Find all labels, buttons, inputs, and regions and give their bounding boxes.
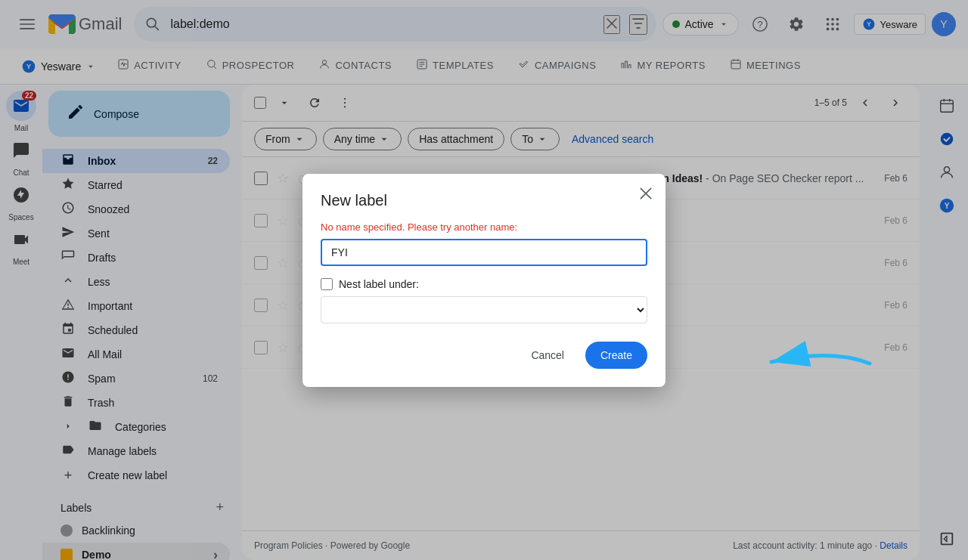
nest-label-select[interactable] <box>321 296 647 323</box>
modal-overlay: New label No name specified. Please try … <box>0 0 968 560</box>
modal-error-text: No name specified. Please try another na… <box>321 221 647 233</box>
cancel-button[interactable]: Cancel <box>516 342 579 369</box>
nest-label-checkbox[interactable] <box>321 278 333 290</box>
modal-title: New label <box>321 192 647 209</box>
modal-close-button[interactable] <box>638 186 653 205</box>
nest-label-text: Nest label under: <box>339 278 419 290</box>
new-label-modal: New label No name specified. Please try … <box>302 174 666 387</box>
nest-label-row: Nest label under: <box>321 278 647 290</box>
modal-actions: Cancel Create <box>321 342 647 369</box>
create-button[interactable]: Create <box>585 342 647 369</box>
label-name-input[interactable]: FYI <box>321 239 647 266</box>
